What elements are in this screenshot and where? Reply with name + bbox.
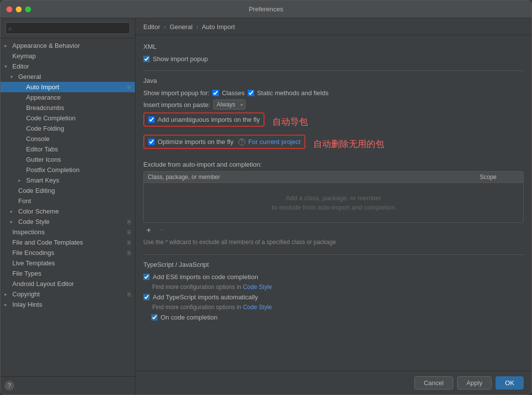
optimize-imports-checkbox[interactable] [148, 139, 155, 145]
sidebar-item-label: Android Layout Editor [12, 280, 131, 287]
sidebar-item-live-templates[interactable]: Live Templates [0, 258, 135, 268]
add-unambiguous-checkbox[interactable] [148, 116, 155, 123]
sidebar-item-gutter-icons[interactable]: Gutter Icons [0, 154, 135, 165]
sidebar-item-android-layout-editor[interactable]: Android Layout Editor [0, 279, 135, 289]
optimize-imports-annotation: 自动删除无用的包 [313, 138, 384, 150]
add-exclude-button[interactable]: + [143, 225, 154, 236]
sidebar-item-inlay-hints[interactable]: Inlay Hints [0, 299, 135, 310]
table-col-class: Class, package, or member [148, 174, 480, 180]
sidebar-item-label: Inlay Hints [12, 301, 131, 308]
static-checkbox[interactable] [248, 90, 254, 96]
show-import-popup-checkbox[interactable] [143, 56, 150, 62]
sidebar-item-label: File Types [12, 270, 131, 277]
sidebar-item-editor-tabs[interactable]: Editor Tabs [0, 144, 135, 154]
sidebar-item-label: Code Style [18, 218, 126, 225]
copy-icon: ⎘ [128, 291, 131, 297]
sidebar-item-label: Gutter Icons [26, 156, 131, 163]
question-mark-icon[interactable]: ? [238, 139, 245, 145]
titlebar: Preferences [0, 0, 532, 18]
show-import-popup-label: Show import popup [153, 55, 208, 63]
sidebar-item-postfix-completion[interactable]: Postfix Completion [0, 165, 135, 175]
es6-code-style-link[interactable]: Code Style [243, 284, 272, 290]
sidebar-item-copyright[interactable]: Copyright ⎘ [0, 289, 135, 299]
insert-imports-select-wrapper: Always Ask Never [213, 100, 245, 109]
add-es6-checkbox[interactable] [143, 274, 150, 280]
java-section: Java Show import popup for: Classes Stat… [143, 77, 524, 153]
on-completion-label: On code completion [161, 314, 218, 321]
sidebar-item-label: Keymap [12, 52, 131, 60]
add-unambiguous-label: Add unambiguous imports on the fly [158, 116, 260, 123]
apply-button[interactable]: Apply [457, 376, 492, 390]
add-ts-auto-label: Add TypeScript imports automatically [153, 293, 258, 301]
xml-section: XML Show import popup [143, 43, 524, 63]
sidebar-item-inspections[interactable]: Inspections ⎘ [0, 227, 135, 237]
insert-imports-select[interactable]: Always Ask Never [213, 100, 245, 109]
arrow-icon [18, 178, 26, 183]
classes-checkbox[interactable] [212, 90, 219, 96]
on-completion-checkbox[interactable] [151, 314, 158, 321]
search-wrapper: ⌕ [5, 22, 130, 34]
search-icon: ⌕ [8, 25, 12, 31]
sidebar-item-appearance-behavior[interactable]: Appearance & Behavior [0, 40, 135, 51]
arrow-icon [4, 302, 12, 307]
ts-code-style-link[interactable]: Code Style [243, 304, 272, 311]
search-input[interactable] [5, 22, 130, 34]
sidebar-item-color-scheme[interactable]: Color Scheme [0, 206, 135, 216]
insert-imports-label: Insert imports on paste: [143, 101, 210, 108]
sidebar-item-appearance[interactable]: Appearance [0, 92, 135, 103]
sidebar-item-label: Auto Import [26, 83, 126, 91]
sidebar-item-keymap[interactable]: Keymap [0, 51, 135, 61]
sidebar-item-auto-import[interactable]: Auto Import ⎘ [0, 82, 135, 92]
copy-icon: ⎘ [128, 240, 131, 246]
ts-info-row: Find more configuration options in Code … [152, 304, 524, 311]
sidebar-item-code-folding[interactable]: Code Folding [0, 123, 135, 134]
table-header: Class, package, or member Scope [144, 172, 523, 183]
sidebar-item-code-completion[interactable]: Code Completion [0, 113, 135, 123]
empty-line1: Add a class, package, or member [286, 194, 381, 202]
sidebar-item-file-encodings[interactable]: File Encodings ⎘ [0, 248, 135, 258]
show-popup-for-label: Show import popup for: [143, 89, 209, 97]
sidebar-item-code-editing[interactable]: Code Editing [0, 185, 135, 196]
add-unambiguous-row: Add unambiguous imports on the fly [143, 112, 265, 127]
sidebar-item-label: Code Editing [18, 187, 131, 194]
preferences-window: Preferences ⌕ Appearance & Behavior [0, 0, 532, 395]
minimize-button[interactable] [16, 6, 22, 12]
sidebar-item-font[interactable]: Font [0, 196, 135, 206]
sidebar-item-code-style[interactable]: Code Style ⎘ [0, 216, 135, 227]
close-button[interactable] [6, 6, 12, 12]
es6-info-row: Find more configuration options in Code … [152, 284, 524, 290]
sidebar-item-editor[interactable]: Editor [0, 61, 135, 72]
sidebar-item-console[interactable]: Console [0, 134, 135, 144]
sidebar-item-file-code-templates[interactable]: File and Code Templates ⎘ [0, 237, 135, 248]
maximize-button[interactable] [25, 6, 31, 12]
panel-footer: Cancel Apply OK [135, 371, 532, 395]
add-es6-row: Add ES6 imports on code completion [143, 273, 524, 281]
cancel-button[interactable]: Cancel [414, 376, 453, 390]
sidebar-item-label: Smart Keys [26, 177, 131, 184]
sidebar-item-file-types[interactable]: File Types [0, 268, 135, 279]
sidebar-item-label: Editor [12, 63, 131, 70]
add-ts-auto-checkbox[interactable] [143, 294, 150, 300]
table-col-scope: Scope [480, 174, 519, 180]
divider-typescript [143, 254, 524, 255]
sidebar-item-general[interactable]: General [0, 72, 135, 82]
sidebar-item-label: Font [18, 197, 131, 205]
sidebar-item-smart-keys[interactable]: Smart Keys [0, 175, 135, 185]
sidebar-item-label: Live Templates [12, 259, 131, 267]
static-label: Static methods and fields [257, 89, 329, 97]
copy-icon: ⎘ [128, 229, 131, 235]
help-button[interactable]: ? [4, 381, 14, 391]
sidebar-item-breadcrumbs[interactable]: Breadcrumbs [0, 103, 135, 113]
for-current-project-link[interactable]: For current project [248, 138, 300, 145]
ok-button[interactable]: OK [496, 376, 524, 390]
arrow-icon [10, 209, 18, 214]
java-section-label: Java [143, 77, 524, 84]
arrow-icon [10, 74, 18, 79]
remove-exclude-button[interactable]: − [156, 225, 167, 236]
exclude-hint: Use the * wildcard to exclude all member… [143, 238, 524, 247]
optimize-imports-row: Optimize imports on the fly ? For curren… [143, 135, 305, 149]
main-panel: Editor › General › Auto Import XML Show … [135, 18, 532, 395]
exclude-label: Exclude from auto-import and completion: [143, 161, 524, 168]
sidebar-item-label: Copyright [12, 290, 126, 298]
sidebar-item-label: Code Completion [26, 114, 131, 122]
